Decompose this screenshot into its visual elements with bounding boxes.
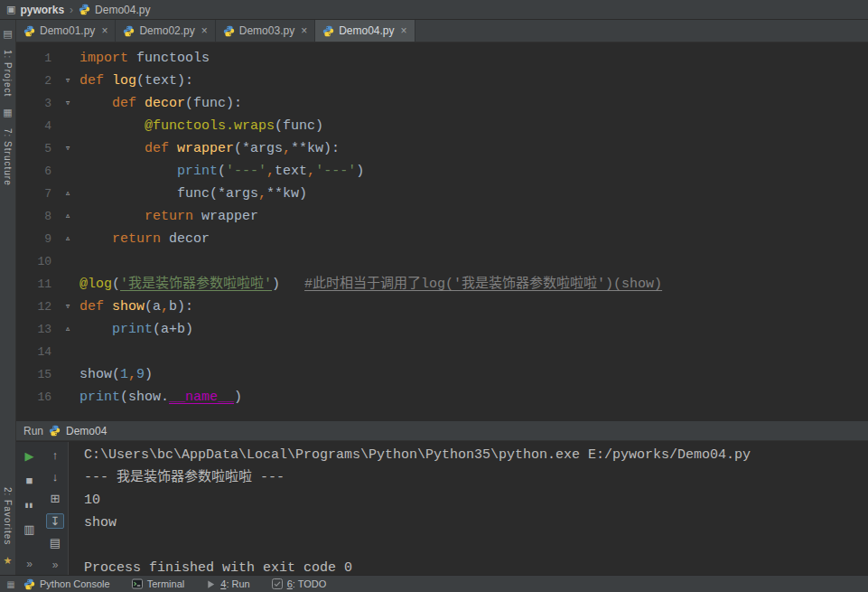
fold-start-icon[interactable]: ▿: [56, 296, 79, 318]
fold-gutter: [56, 273, 79, 296]
tab-demo02-py[interactable]: Demo02.py×: [116, 20, 215, 42]
fold-end-icon[interactable]: ▵: [56, 183, 79, 205]
breadcrumb-project[interactable]: pyworks: [20, 4, 64, 16]
code-token: **kw): [266, 186, 307, 202]
terminal-icon: [132, 578, 143, 589]
code-token: print: [177, 164, 218, 179]
line-number: 3: [16, 92, 56, 115]
line-number: 7: [16, 183, 56, 205]
tab-close-icon[interactable]: ×: [301, 24, 307, 37]
code-text[interactable]: import functools: [79, 47, 868, 70]
code-token: func(*args: [79, 186, 258, 202]
more-options-right-icon[interactable]: »: [46, 558, 64, 572]
code-text[interactable]: def show(a,b):: [79, 296, 868, 318]
code-text[interactable]: def log(text):: [79, 70, 868, 92]
toolbutton-run[interactable]: 4: Run: [206, 578, 249, 589]
code-text[interactable]: [79, 341, 868, 363]
tool-button-project[interactable]: 1: Project: [3, 50, 13, 97]
code-token: (func): [275, 118, 323, 134]
more-options-left-icon[interactable]: »: [21, 555, 39, 572]
console-toolbar: ↑↓⊞↧▤»: [42, 442, 69, 575]
code-token: (func):: [185, 96, 242, 111]
tool-button-structure[interactable]: 7: Structure: [3, 128, 13, 186]
code-token: [79, 231, 112, 247]
code-token: ,: [161, 299, 169, 315]
statusbar-label: 4: Run: [220, 578, 249, 589]
fold-end-icon[interactable]: ▵: [56, 228, 79, 250]
toolbutton-terminal[interactable]: Terminal: [132, 578, 185, 589]
code-text[interactable]: return wrapper: [79, 205, 868, 228]
python-icon: [322, 25, 334, 37]
run-icon: [206, 579, 216, 589]
fold-start-icon[interactable]: ▿: [56, 137, 79, 160]
fold-end-icon[interactable]: ▵: [56, 318, 79, 341]
code-token: [104, 73, 112, 89]
code-token: decor: [161, 231, 210, 247]
code-token: return: [112, 231, 161, 247]
toolwindow-switcher-icon[interactable]: ▦: [4, 579, 18, 589]
toolbutton-todo[interactable]: 6: TODO: [272, 578, 327, 589]
code-token: text: [275, 164, 307, 179]
tab-demo04-py[interactable]: Demo04.py×: [315, 20, 415, 42]
code-text[interactable]: show(1,9): [79, 363, 868, 386]
editor-line: 13▵ print(a+b): [16, 318, 868, 341]
code-token: def: [112, 96, 136, 111]
code-token: **kw):: [291, 141, 340, 156]
pause-output-button[interactable]: ▮▮: [21, 496, 39, 513]
breadcrumb-file[interactable]: Demo04.py: [95, 4, 150, 16]
run-tab-demo04[interactable]: Demo04: [66, 425, 107, 437]
editor-line: 4 @functools.wraps(func): [16, 115, 868, 137]
tab-label: Demo04.py: [339, 24, 394, 37]
code-text[interactable]: [79, 250, 868, 273]
fold-gutter: [56, 250, 79, 273]
code-token: import: [79, 51, 128, 66]
code-text[interactable]: print(show.__name__): [79, 386, 868, 409]
code-token: [136, 96, 145, 111]
tool-window-stripe: ▤1: Project▦7: Structure2: Favorites★: [0, 20, 16, 575]
tab-demo01-py[interactable]: Demo01.py×: [16, 20, 116, 42]
scroll-to-end-button[interactable]: ↧: [46, 513, 64, 529]
stop-button[interactable]: ■: [21, 472, 39, 489]
rerun-button[interactable]: ▶: [21, 447, 39, 465]
restore-layout-button[interactable]: ⊞: [46, 491, 64, 505]
tab-close-icon[interactable]: ×: [101, 24, 107, 37]
tab-close-icon[interactable]: ×: [201, 24, 208, 37]
code-token: ,: [128, 367, 136, 382]
code-token: [79, 209, 145, 224]
print-button[interactable]: ▤: [46, 536, 64, 550]
code-text[interactable]: def decor(func):: [79, 92, 868, 115]
code-text[interactable]: print(a+b): [79, 318, 868, 341]
code-token: ): [356, 164, 364, 179]
down-stack-trace-button[interactable]: ↓: [46, 469, 64, 484]
fold-gutter: [56, 386, 79, 409]
code-text[interactable]: @functools.wraps(func): [79, 115, 868, 137]
tool-button-favorites[interactable]: 2: Favorites: [3, 487, 13, 545]
code-text[interactable]: @log('我是装饰器参数啦啦啦') #此时相当于调用了log('我是装饰器参数…: [79, 273, 868, 296]
toolbutton-python-console[interactable]: Python Console: [23, 578, 110, 590]
code-text[interactable]: return decor: [79, 228, 868, 250]
code-token: show: [112, 299, 145, 315]
statusbar-label: Terminal: [147, 578, 185, 589]
run-console-output[interactable]: C:\Users\bc\AppData\Local\Programs\Pytho…: [70, 442, 868, 575]
fold-start-icon[interactable]: ▿: [56, 70, 79, 92]
run-panel-header: Run Demo04: [16, 421, 868, 441]
code-editor[interactable]: 1import functools2▿def log(text):3▿ def …: [16, 42, 868, 421]
code-text[interactable]: print('---',text,'---'): [79, 160, 868, 183]
editor-line: 15show(1,9): [16, 363, 868, 386]
fold-end-icon[interactable]: ▵: [56, 205, 79, 228]
tab-demo03-py[interactable]: Demo03.py×: [216, 20, 315, 42]
line-number: 6: [16, 160, 56, 183]
up-stack-trace-button[interactable]: ↑: [46, 447, 64, 462]
show-console-button[interactable]: ▥: [21, 521, 39, 538]
tab-close-icon[interactable]: ×: [401, 24, 407, 37]
editor-line: 2▿def log(text):: [16, 70, 868, 92]
code-text[interactable]: def wrapper(*args,**kw):: [79, 137, 868, 160]
run-panel: ▶■▮▮▥» ↑↓⊞↧▤» C:\Users\bc\AppData\Local\…: [16, 442, 868, 575]
code-token: [79, 118, 145, 134]
fold-gutter: [56, 115, 79, 137]
fold-start-icon[interactable]: ▿: [56, 92, 79, 115]
favorites-star-icon: ★: [4, 555, 13, 567]
editor-line: 8▵ return wrapper: [16, 205, 868, 228]
code-text[interactable]: func(*args,**kw): [79, 183, 868, 205]
tab-label: Demo03.py: [239, 24, 294, 37]
